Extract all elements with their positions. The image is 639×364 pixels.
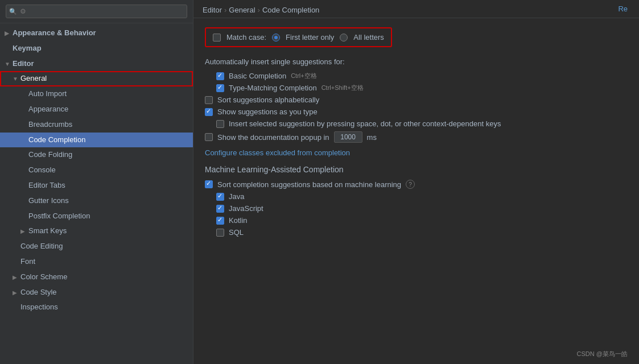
breadcrumb-sep2: ›: [258, 6, 260, 14]
configure-link-row: Configure classes excluded from completi…: [205, 148, 628, 157]
sidebar-item-breadcrumbs[interactable]: Breadcrumbs: [0, 117, 193, 133]
sidebar-item-label: Console: [28, 166, 56, 174]
show-suggestions-label: Show suggestions as you type: [217, 107, 318, 116]
javascript-checkbox[interactable]: [216, 205, 224, 213]
arrow-icon: ▶: [20, 227, 28, 236]
kotlin-row: Kotlin: [205, 216, 628, 225]
all-letters-label: All letters: [353, 33, 384, 42]
sort-ml-row: Sort completion suggestions based on mac…: [205, 180, 628, 189]
sidebar-item-label: Appearance & Behavior: [13, 28, 96, 37]
arrow-icon: ▼: [5, 60, 13, 69]
sidebar-item-label: Appearance: [28, 105, 68, 113]
sidebar-item-label: Color Scheme: [20, 272, 67, 281]
breadcrumb-editor: Editor: [203, 6, 222, 14]
sidebar-item-smart-keys[interactable]: ▶Smart Keys: [0, 224, 193, 239]
java-checkbox[interactable]: [216, 193, 224, 201]
watermark: CSDN @菜鸟一皓: [577, 350, 628, 358]
search-icon: 🔍: [9, 8, 17, 15]
ml-section-title: Machine Learning-Assisted Completion: [205, 165, 628, 174]
sql-checkbox[interactable]: [216, 229, 224, 237]
sql-row: SQL: [205, 228, 628, 237]
type-matching-shortcut: Ctrl+Shift+空格: [321, 84, 364, 92]
basic-completion-label: Basic Completion: [229, 72, 286, 80]
sidebar-item-inspections[interactable]: Inspections: [0, 300, 193, 315]
type-matching-checkbox[interactable]: [216, 84, 224, 92]
sidebar-item-label: Code Editing: [20, 242, 63, 250]
kotlin-checkbox[interactable]: [216, 217, 224, 225]
match-case-box: Match case: First letter only All letter…: [205, 27, 392, 47]
sidebar-item-font[interactable]: Font: [0, 254, 193, 270]
show-documentation-checkbox[interactable]: [205, 133, 213, 141]
sidebar: 🔍 ▶Appearance & Behavior Keymap▼Editor▼G…: [0, 0, 193, 364]
sidebar-item-label: Inspections: [20, 303, 58, 311]
sidebar-item-label: Code Folding: [28, 150, 72, 159]
configure-classes-link[interactable]: Configure classes excluded from completi…: [205, 148, 350, 157]
sidebar-item-gutter-icons[interactable]: Gutter Icons: [0, 193, 193, 209]
sidebar-item-code-style[interactable]: ▶Code Style: [0, 285, 193, 300]
show-suggestions-checkbox[interactable]: [205, 108, 213, 116]
sidebar-item-editor[interactable]: ▼Editor: [0, 56, 193, 72]
sort-ml-label: Sort completion suggestions based on mac…: [217, 180, 401, 189]
sidebar-item-code-completion[interactable]: Code Completion: [0, 133, 193, 148]
sidebar-item-keymap[interactable]: Keymap: [0, 41, 193, 56]
sidebar-item-label: Editor: [13, 59, 34, 68]
breadcrumb-general: General: [229, 6, 255, 14]
sidebar-item-editor-tabs[interactable]: Editor Tabs: [0, 178, 193, 193]
sidebar-item-label: Editor Tabs: [28, 181, 65, 189]
type-matching-row: Type-Matching Completion Ctrl+Shift+空格: [205, 84, 628, 92]
insert-selected-checkbox[interactable]: [216, 120, 224, 128]
sidebar-item-appearance-behavior[interactable]: ▶Appearance & Behavior: [0, 26, 193, 41]
breadcrumb-page: Code Completion: [262, 6, 319, 14]
basic-completion-shortcut: Ctrl+空格: [291, 72, 317, 80]
documentation-popup-input[interactable]: [334, 131, 362, 143]
show-documentation-row: Show the documentation popup in ms: [205, 131, 628, 143]
sort-alphabetically-label: Sort suggestions alphabetically: [217, 96, 319, 104]
arrow-icon: ▶: [5, 29, 13, 38]
arrow-icon: ▶: [13, 288, 20, 297]
insert-selected-label: Insert selected suggestion by pressing s…: [229, 119, 501, 128]
help-icon[interactable]: ?: [406, 180, 415, 189]
sidebar-item-label: Code Completion: [28, 135, 85, 144]
javascript-row: JavaScript: [205, 204, 628, 213]
match-case-checkbox[interactable]: [213, 34, 221, 42]
type-matching-label: Type-Matching Completion: [229, 84, 317, 92]
first-letter-radio[interactable]: [272, 34, 280, 42]
sidebar-item-label: Gutter Icons: [28, 196, 69, 205]
sidebar-item-general[interactable]: ▼General: [0, 71, 193, 86]
sort-alphabetically-row: Sort suggestions alphabetically: [205, 96, 628, 104]
sidebar-item-label: Breadcrumbs: [28, 120, 72, 129]
java-row: Java: [205, 192, 628, 201]
sidebar-item-label: Keymap: [13, 44, 42, 52]
sql-label: SQL: [229, 228, 244, 237]
sidebar-item-auto-import[interactable]: Auto Import: [0, 86, 193, 102]
all-letters-radio[interactable]: [340, 34, 348, 42]
show-documentation-label: Show the documentation popup in: [217, 133, 329, 142]
sidebar-item-postfix-completion[interactable]: Postfix Completion: [0, 209, 193, 224]
sidebar-item-code-folding[interactable]: Code Folding: [0, 147, 193, 163]
arrow-icon: ▶: [13, 273, 20, 282]
main-content: Editor › General › Code Completion Re Ma…: [193, 0, 639, 364]
insert-selected-row: Insert selected suggestion by pressing s…: [205, 119, 628, 128]
sidebar-item-appearance[interactable]: Appearance: [0, 102, 193, 117]
sidebar-item-color-scheme[interactable]: ▶Color Scheme: [0, 270, 193, 285]
sidebar-item-code-editing[interactable]: Code Editing: [0, 239, 193, 254]
arrow-icon: ▼: [13, 75, 20, 84]
sidebar-item-label: Smart Keys: [28, 226, 67, 235]
sort-ml-checkbox[interactable]: [205, 180, 213, 188]
breadcrumb: Editor › General › Code Completion: [193, 0, 639, 18]
match-case-label: Match case:: [226, 33, 266, 42]
sort-alphabetically-checkbox[interactable]: [205, 96, 213, 104]
javascript-label: JavaScript: [229, 204, 263, 213]
search-input[interactable]: [6, 5, 187, 18]
basic-completion-checkbox[interactable]: [216, 72, 224, 80]
first-letter-label: First letter only: [286, 33, 334, 42]
java-label: Java: [229, 192, 244, 201]
sidebar-item-label: Code Style: [20, 288, 57, 296]
sidebar-item-label: Font: [20, 257, 35, 266]
ms-label: ms: [367, 133, 377, 142]
sidebar-item-console[interactable]: Console: [0, 163, 193, 178]
reset-link[interactable]: Re: [618, 5, 628, 13]
kotlin-label: Kotlin: [229, 216, 248, 225]
sidebar-tree: ▶Appearance & Behavior Keymap▼Editor▼Gen…: [0, 23, 193, 364]
sidebar-item-label: General: [20, 74, 47, 82]
